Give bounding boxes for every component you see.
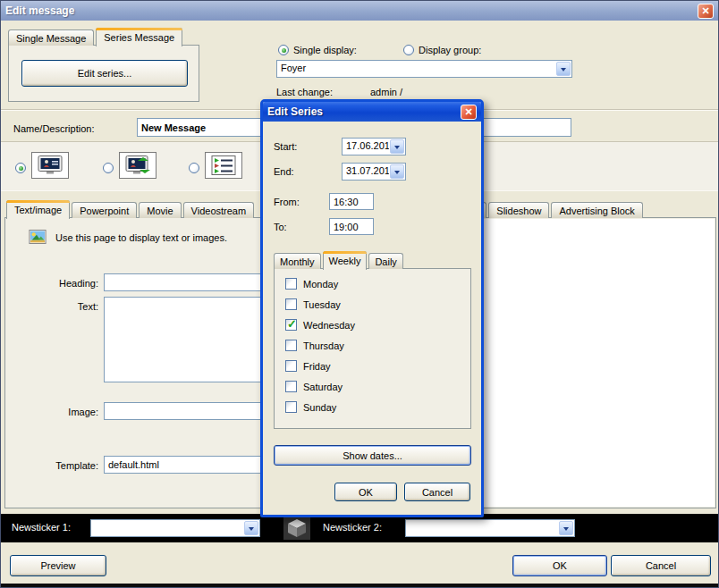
dialog-ok-button[interactable]: OK	[334, 483, 397, 501]
checkbox-monday[interactable]	[285, 278, 297, 290]
chevron-down-icon	[394, 146, 400, 152]
display-type-radio-update[interactable]	[103, 163, 114, 173]
dialog-body: Start: 17.06.2013 End: 31.07.2013 From: …	[263, 122, 481, 515]
tab-weekly[interactable]: Weekly	[323, 251, 368, 270]
tab-advertising-block[interactable]: Advertising Block	[551, 202, 642, 218]
day-row[interactable]: Friday	[285, 360, 331, 372]
checkbox-label: Monday	[303, 279, 338, 290]
display-target-combobox[interactable]: Foyer	[276, 60, 572, 78]
close-icon[interactable]: ✕	[461, 105, 477, 120]
display-type-radio-ticker[interactable]	[189, 163, 199, 173]
ok-button[interactable]: OK	[512, 555, 607, 576]
tab-daily[interactable]: Daily	[368, 253, 402, 269]
dialog-title: Edit Series	[267, 105, 323, 118]
display-group-label: Display group:	[419, 45, 481, 55]
to-time-input[interactable]	[329, 218, 374, 235]
chevron-down-icon	[561, 68, 566, 74]
close-icon[interactable]: ✕	[698, 4, 714, 19]
last-change-value: admin /	[370, 87, 402, 97]
radio-icon[interactable]	[403, 45, 414, 55]
checkbox-label: Friday	[303, 361, 331, 372]
start-date-combobox[interactable]: 17.06.2013	[342, 138, 406, 155]
screen-update-icon	[125, 155, 150, 175]
start-date-value: 17.06.2013	[343, 139, 389, 155]
dialog-titlebar: Edit Series ✕	[263, 102, 481, 122]
window-bottom-border	[1, 584, 718, 588]
day-row[interactable]: Sunday	[285, 401, 336, 413]
newsticker2-label: Newsticker 2:	[323, 522, 382, 533]
screen-message-icon	[38, 155, 63, 175]
checkbox-label: Sunday	[303, 402, 336, 413]
day-row[interactable]: Saturday	[285, 381, 343, 392]
dropdown-button[interactable]	[390, 139, 404, 154]
heading-label: Heading:	[13, 278, 98, 289]
last-change-label: Last change:	[276, 87, 333, 97]
newsticker-icon-tile	[283, 516, 310, 540]
name-description-label: Name/Description:	[13, 123, 94, 134]
checkbox-wednesday[interactable]	[285, 319, 297, 331]
single-display-radio[interactable]: Single display:	[278, 45, 357, 55]
checkbox-friday[interactable]	[285, 360, 297, 372]
display-type-radio-message[interactable]	[15, 163, 26, 173]
weekly-panel: Monday Tuesday Wednesday Thursday Friday	[274, 268, 471, 429]
tab-slideshow[interactable]: Slideshow	[488, 202, 549, 218]
newsticker2-combobox[interactable]	[405, 519, 575, 537]
tab-text-image[interactable]: Text/image	[6, 200, 70, 219]
newsticker1-combobox[interactable]	[90, 519, 260, 537]
display-group-radio[interactable]: Display group:	[403, 45, 481, 55]
template-label: Template:	[13, 460, 98, 471]
tab-series-message[interactable]: Series Message	[96, 28, 182, 46]
chevron-down-icon	[394, 171, 400, 177]
checkbox-label: Saturday	[303, 382, 343, 392]
radio-icon[interactable]	[278, 45, 289, 55]
preview-button[interactable]: Preview	[10, 555, 106, 576]
page-hint: Use this page to display text or images.	[55, 232, 227, 243]
from-time-input[interactable]	[329, 193, 374, 210]
chevron-down-icon	[249, 527, 254, 533]
recurrence-tabs: Monthly Weekly Daily	[274, 250, 403, 269]
to-label: To:	[274, 222, 287, 232]
checkbox-label: Wednesday	[303, 320, 355, 331]
day-row[interactable]: Thursday	[285, 340, 344, 351]
display-target-value: Foyer	[277, 61, 555, 77]
checkbox-label: Tuesday	[303, 299, 341, 310]
dropdown-button[interactable]	[390, 164, 404, 179]
tab-videostream[interactable]: Videostream	[183, 202, 255, 218]
day-row[interactable]: Tuesday	[285, 298, 341, 310]
checkbox-saturday[interactable]	[285, 381, 297, 392]
checkbox-thursday[interactable]	[285, 340, 297, 351]
dropdown-button[interactable]	[556, 62, 571, 76]
message-tabs: Single Message Series Message	[8, 27, 182, 46]
image-label: Image:	[13, 407, 98, 417]
display-type-update-option[interactable]	[119, 152, 156, 179]
end-label: End:	[274, 166, 294, 177]
checkbox-tuesday[interactable]	[285, 298, 297, 310]
edit-series-button[interactable]: Edit series...	[21, 60, 188, 87]
display-type-ticker-option[interactable]	[205, 152, 242, 179]
show-dates-button[interactable]: Show dates...	[274, 445, 471, 466]
dropdown-button[interactable]	[244, 521, 258, 535]
tab-single-message[interactable]: Single Message	[8, 29, 94, 46]
window-titlebar: Edit message ✕	[1, 1, 718, 21]
day-row[interactable]: Wednesday	[285, 319, 355, 331]
tab-movie[interactable]: Movie	[139, 202, 181, 218]
newsticker-bar: Newsticker 1: Newsticker 2:	[1, 514, 718, 542]
end-date-combobox[interactable]: 31.07.2013	[342, 163, 406, 181]
dropdown-button[interactable]	[559, 521, 573, 535]
picture-icon	[29, 230, 47, 246]
edit-series-dialog: Edit Series ✕ Start: 17.06.2013 End: 31.…	[260, 99, 484, 517]
tab-powerpoint[interactable]: Powerpoint	[72, 202, 137, 218]
day-row[interactable]: Monday	[285, 278, 338, 290]
checkbox-sunday[interactable]	[285, 401, 297, 413]
series-message-panel: Edit series...	[8, 45, 199, 102]
tab-monthly[interactable]: Monthly	[274, 253, 321, 269]
newsticker2-value	[406, 520, 558, 536]
dialog-cancel-button[interactable]: Cancel	[404, 483, 470, 501]
single-display-label: Single display:	[293, 45, 357, 55]
cancel-button[interactable]: Cancel	[611, 555, 711, 576]
edit-message-window: Edit message ✕ Single Message Series Mes…	[0, 0, 719, 588]
from-label: From:	[274, 197, 300, 207]
checkbox-label: Thursday	[303, 340, 344, 351]
text-label: Text:	[13, 301, 98, 312]
display-type-message-option[interactable]	[31, 152, 69, 179]
